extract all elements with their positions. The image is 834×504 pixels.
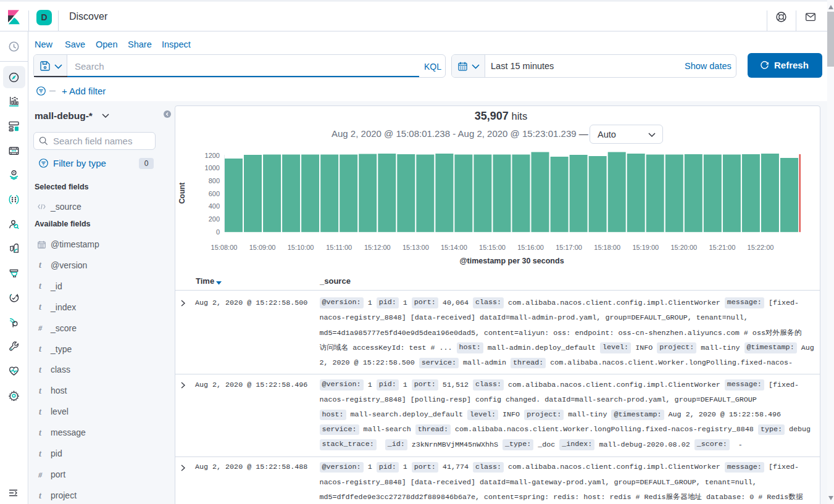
svg-text:200: 200 — [209, 215, 220, 223]
svg-text:15:14:00: 15:14:00 — [441, 244, 467, 251]
svg-text:15:08:00: 15:08:00 — [211, 244, 238, 251]
svg-text:15:12:00: 15:12:00 — [364, 244, 391, 251]
svg-text:Count: Count — [178, 183, 186, 204]
svg-text:15:13:00: 15:13:00 — [402, 244, 429, 251]
svg-text:15:17:00: 15:17:00 — [556, 244, 582, 251]
svg-text:15:21:00: 15:21:00 — [709, 244, 735, 251]
svg-text:@timestamp per 30 seconds: @timestamp per 30 seconds — [459, 257, 564, 265]
svg-text:15:18:00: 15:18:00 — [594, 244, 620, 251]
svg-text:400: 400 — [209, 202, 220, 210]
svg-text:15:10:00: 15:10:00 — [288, 244, 314, 251]
svg-text:0: 0 — [216, 228, 220, 236]
svg-text:15:09:00: 15:09:00 — [249, 244, 276, 251]
svg-text:15:22:00: 15:22:00 — [748, 244, 774, 251]
svg-text:15:11:00: 15:11:00 — [326, 244, 352, 251]
svg-text:15:20:00: 15:20:00 — [670, 244, 697, 251]
svg-text:15:16:00: 15:16:00 — [517, 244, 544, 251]
svg-text:15:19:00: 15:19:00 — [632, 244, 659, 251]
svg-text:600: 600 — [209, 190, 220, 197]
svg-text:800: 800 — [209, 177, 220, 184]
svg-text:15:15:00: 15:15:00 — [479, 244, 506, 251]
svg-text:1000: 1000 — [205, 164, 220, 171]
svg-text:1200: 1200 — [205, 152, 220, 159]
